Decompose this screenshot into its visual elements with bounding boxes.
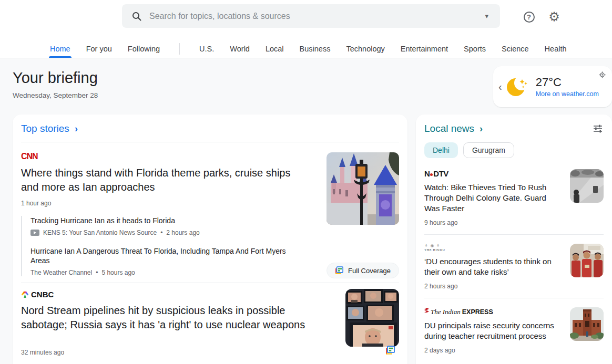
chevron-right-icon: › xyxy=(480,123,483,134)
tab-science[interactable]: Science xyxy=(494,40,537,58)
weather-temperature: 27°C xyxy=(536,76,599,89)
related-story-headline[interactable]: Hurricane Ian A Dangerous Threat To Flor… xyxy=(30,246,304,265)
local-article-time: 2 days ago xyxy=(424,347,563,354)
tab-health[interactable]: Health xyxy=(537,40,575,58)
full-coverage-icon xyxy=(335,266,343,275)
briefing-header: Your briefing Wednesday, September 28 xyxy=(13,69,98,99)
related-story-source: The Weather Channel xyxy=(30,269,92,276)
local-article-image[interactable] xyxy=(570,307,604,341)
nav-tabs: Home For you Following U.S. World Local … xyxy=(42,40,575,58)
help-icon: ? xyxy=(524,12,535,23)
the-hindu-logo: ⚜ ◉ ⚜ THE HINDU xyxy=(424,244,563,252)
local-article-headline[interactable]: Watch: Bike Thieves Tried To Rush Throug… xyxy=(424,182,563,214)
meta-separator: • xyxy=(96,269,98,276)
search-dropdown-caret-icon[interactable]: ▾ xyxy=(483,10,491,22)
local-article-image[interactable] xyxy=(570,169,604,203)
tabs-divider xyxy=(179,43,180,55)
second-story-time: 32 minutes ago xyxy=(21,349,328,356)
local-news-card: Local news › Delhi Gurugram N DTV Wa xyxy=(416,115,612,364)
lead-story-time: 1 hour ago xyxy=(21,200,310,207)
local-news-title: Local news xyxy=(424,123,474,134)
full-coverage-button[interactable]: Full Coverage xyxy=(327,263,399,278)
tune-settings-button[interactable] xyxy=(592,123,604,134)
cnn-logo: CNN xyxy=(21,152,310,161)
chevron-right-icon: › xyxy=(75,123,78,134)
help-button[interactable]: ? xyxy=(521,9,537,25)
related-story-time: 5 hours ago xyxy=(101,269,135,276)
chip-gurugram[interactable]: Gurugram xyxy=(463,142,514,158)
header-divider xyxy=(0,58,612,58)
tab-home[interactable]: Home xyxy=(42,40,78,58)
lead-story-headline[interactable]: Where things stand with Florida theme pa… xyxy=(21,166,310,194)
weather-prev-button[interactable]: ‹ xyxy=(493,81,504,93)
second-story: CNBC Nord Stream pipelines hit by suspic… xyxy=(21,290,399,356)
local-article-image[interactable] xyxy=(570,244,604,277)
location-crosshair-icon[interactable] xyxy=(599,71,606,78)
search-icon xyxy=(131,11,142,22)
local-article-headline[interactable]: DU principals raise security concerns du… xyxy=(424,320,563,341)
section-divider xyxy=(21,142,399,142)
lead-story: CNN Where things stand with Florida them… xyxy=(21,152,399,283)
gear-icon: ⚙ xyxy=(548,11,560,23)
top-stories-header[interactable]: Top stories › xyxy=(21,123,399,134)
tab-for-you[interactable]: For you xyxy=(78,40,120,58)
the-hindu-crest-icon: ⚜ ◉ ⚜ xyxy=(424,244,441,248)
tab-following[interactable]: Following xyxy=(120,40,168,58)
search-input[interactable] xyxy=(149,12,483,21)
ndtv-red-dot xyxy=(430,173,433,176)
cnbc-peacock-icon xyxy=(21,290,29,298)
story-divider xyxy=(21,283,399,283)
full-coverage-icon xyxy=(385,346,395,355)
briefing-date: Wednesday, September 28 xyxy=(13,91,98,99)
tab-world[interactable]: World xyxy=(222,40,258,58)
tab-local[interactable]: Local xyxy=(258,40,292,58)
ndtv-logo: N DTV xyxy=(424,169,563,178)
indian-express-logo: The Indian EXPRESS xyxy=(424,307,563,316)
second-story-headline[interactable]: Nord Stream pipelines hit by suspicious … xyxy=(21,304,328,332)
tab-business[interactable]: Business xyxy=(292,40,339,58)
local-article: ⚜ ◉ ⚜ THE HINDU ‘DU encourages students … xyxy=(424,234,604,298)
related-story-headline[interactable]: Tracking Hurricane Ian as it heads to Fl… xyxy=(30,216,304,225)
related-story-time: 2 hours ago xyxy=(166,229,199,236)
indian-express-mark-icon xyxy=(424,307,429,314)
weather-widget[interactable]: ‹ 27°C More on weather.com xyxy=(493,66,612,107)
full-coverage-mini-button[interactable] xyxy=(385,346,395,355)
lead-story-image[interactable] xyxy=(327,152,399,225)
weather-link[interactable]: More on weather.com xyxy=(536,90,599,98)
related-story: Hurricane Ian A Dangerous Threat To Flor… xyxy=(30,246,310,276)
tune-icon xyxy=(593,124,603,133)
second-story-image[interactable] xyxy=(345,289,399,347)
app-header: ▾ ? ⚙ Home For you Following U.S. World … xyxy=(0,0,612,58)
related-story: Tracking Hurricane Ian as it heads to Fl… xyxy=(30,216,310,236)
tab-technology[interactable]: Technology xyxy=(338,40,392,58)
top-stories-card: Top stories › CNN Where things stand wit… xyxy=(13,115,407,364)
local-article: The Indian EXPRESS DU principals raise s… xyxy=(424,298,604,362)
chip-delhi[interactable]: Delhi xyxy=(424,142,458,158)
local-article: N DTV Watch: Bike Thieves Tried To Rush … xyxy=(424,160,604,234)
video-play-icon xyxy=(30,230,39,236)
tab-us[interactable]: U.S. xyxy=(191,40,222,58)
top-stories-title: Top stories xyxy=(21,123,69,134)
tab-sports[interactable]: Sports xyxy=(456,40,494,58)
local-article-headline[interactable]: ‘DU encourages students to think on thei… xyxy=(424,256,563,277)
related-stories: Tracking Hurricane Ian as it heads to Fl… xyxy=(21,216,310,276)
tab-entertainment[interactable]: Entertainment xyxy=(393,40,456,58)
page-title: Your briefing xyxy=(13,69,98,87)
cnbc-logo: CNBC xyxy=(21,290,328,298)
search-bar[interactable]: ▾ xyxy=(122,4,500,28)
local-news-header[interactable]: Local news › xyxy=(424,123,483,134)
related-story-source: KENS 5: Your San Antonio News Source xyxy=(43,229,157,236)
meta-separator: • xyxy=(160,229,162,236)
location-chips: Delhi Gurugram xyxy=(424,142,604,158)
settings-button[interactable]: ⚙ xyxy=(546,9,562,25)
local-article-time: 2 hours ago xyxy=(424,283,563,290)
local-article-time: 9 hours ago xyxy=(424,219,563,226)
crescent-moon-icon xyxy=(504,74,532,100)
full-coverage-label: Full Coverage xyxy=(348,267,391,275)
